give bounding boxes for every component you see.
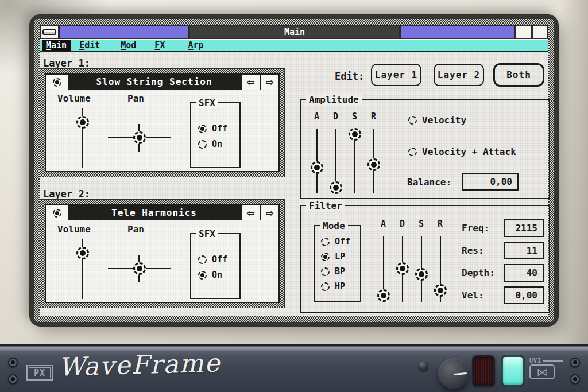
amp-sustain-slider[interactable] [354,129,355,193]
layer1-sfx-on-option[interactable]: On [198,139,222,149]
edit-both-button[interactable]: Both [493,63,544,87]
amp-release-knob[interactable] [368,158,380,171]
small-knob[interactable] [419,361,428,371]
minimize-dash-icon [42,29,56,35]
layer2-heading: Layer 2: [43,188,90,200]
amp-attack-slider[interactable] [316,129,318,193]
uvi-logo-line [543,360,563,362]
amp-release-slider[interactable] [373,129,374,193]
edit-layer1-button[interactable]: Layer 1 [371,64,421,86]
screen-content: Main Main Edit Mod FX Arp Layer 1: [40,25,548,316]
vel-value: 0,00 [515,290,537,301]
radio-icon[interactable] [321,253,330,261]
menu-item-mod[interactable]: Mod [117,40,140,51]
radio-icon[interactable] [321,282,330,291]
res-input[interactable]: 11 [504,242,544,259]
window-menu-box[interactable] [40,25,59,39]
mode-off-option[interactable]: Off [321,236,350,247]
layer2-pan-slider[interactable] [108,268,171,269]
layer1-volume-slider[interactable] [82,108,83,168]
depth-input[interactable]: 40 [504,264,544,282]
amp-decay-slider[interactable] [335,129,336,193]
screw [8,374,18,384]
uvi-symbol-glyph: ⋈ [537,367,548,378]
layer2-sfx-off-option[interactable]: Off [198,254,227,265]
filter-release-slider[interactable] [440,236,441,302]
filter-release-knob[interactable] [434,284,447,297]
amp-attack-knob[interactable] [311,161,323,174]
radio-icon[interactable] [408,116,417,125]
filter-decay-knob[interactable] [396,262,409,275]
layer1-sfx-off-option[interactable]: Off [198,123,227,134]
pan-center-tick-top [138,255,140,262]
mode-lp-option[interactable]: LP [321,251,345,262]
balance-value: 0,00 [490,176,512,187]
filter-attack-knob[interactable] [377,289,390,302]
velocity-option[interactable]: Velocity [408,115,466,126]
layer2-window-bullet-box[interactable] [46,205,68,220]
left-arrow-icon: ⇦ [246,207,254,219]
screw [570,358,580,367]
layer2-sfx-on-option[interactable]: On [198,270,222,280]
filter-mode-group: Mode Off LP BP [314,225,361,302]
layer2-volume-slider[interactable] [82,239,83,299]
layer2-pan-knob[interactable] [133,262,146,275]
layer1-sfx-off-label: Off [212,123,227,134]
window-control-button-2[interactable] [532,25,548,39]
menu-item-fx[interactable]: FX [150,40,169,51]
velocity-attack-option[interactable]: Velocity + Attack [408,146,516,157]
desktop-pattern-border: Main Main Edit Mod FX Arp Layer 1: [34,19,554,322]
layer1-prev-arrow-button[interactable]: ⇦ [241,75,260,90]
mode-off-label: Off [335,236,350,247]
balance-input[interactable]: 0,00 [462,173,519,191]
layer1-next-arrow-button[interactable]: ⇨ [260,75,278,90]
radio-icon[interactable] [321,267,330,276]
mode-bp-label: BP [335,266,345,277]
amp-sustain-knob[interactable] [349,128,361,141]
filter-sustain-slider[interactable] [421,236,422,302]
radio-icon[interactable] [198,140,207,149]
filter-attack-slider[interactable] [383,236,384,302]
mode-hp-option[interactable]: HP [321,281,345,292]
layer1-heading: Layer 1: [43,57,90,69]
layer2-window-titlebar[interactable]: Tele Harmonics ⇦ ⇨ [46,205,278,220]
layer2-prev-arrow-button[interactable]: ⇦ [241,205,260,220]
amp-decay-knob[interactable] [330,181,342,194]
radio-icon[interactable] [198,255,207,264]
radio-icon[interactable] [408,148,417,156]
filter-group: Filter Mode Off LP BP [300,205,550,313]
edit-layer2-button[interactable]: Layer 2 [434,64,484,86]
uvi-infinity-icon: ⋈ [529,364,555,379]
red-button[interactable] [472,355,495,387]
layer1-pan-slider[interactable] [108,137,171,138]
window-bullet-icon [53,209,61,218]
filter-decay-slider[interactable] [402,236,403,302]
velocity-label: Velocity [422,115,466,126]
layer2-sfx-on-label: On [212,270,222,280]
layer2-next-arrow-button[interactable]: ⇨ [260,205,278,220]
vel-input[interactable]: 0,00 [504,286,544,304]
radio-icon[interactable] [321,238,330,246]
rotary-knob[interactable] [438,358,469,389]
power-led-button[interactable] [501,355,525,387]
window-control-button-1[interactable] [515,25,532,39]
layer1-volume-knob[interactable] [76,116,89,129]
menu-item-main[interactable]: Main [42,40,71,51]
filter-release-letter: R [438,218,443,230]
menu-item-edit[interactable]: Edit [75,40,104,51]
menu-item-arp[interactable]: Arp [184,40,207,51]
layer1-window-bullet-box[interactable] [46,75,68,90]
mode-bp-option[interactable]: BP [321,266,345,277]
layer2-volume-knob[interactable] [76,247,89,259]
layer1-window-titlebar[interactable]: Slow String Section ⇦ ⇨ [46,75,278,90]
filter-sustain-knob[interactable] [415,268,428,281]
layer1-pan-knob[interactable] [133,131,146,144]
freq-input[interactable]: 2115 [504,219,544,237]
amp-release-letter: R [371,110,376,123]
pan-center-tick-top [138,124,140,131]
freq-value: 2115 [515,223,537,234]
layer1-window: Slow String Section ⇦ ⇨ Volume Pan [40,68,285,177]
layer1-sfx-group: SFX Off On [190,102,241,168]
radio-icon[interactable] [198,125,207,133]
radio-icon[interactable] [198,271,207,280]
